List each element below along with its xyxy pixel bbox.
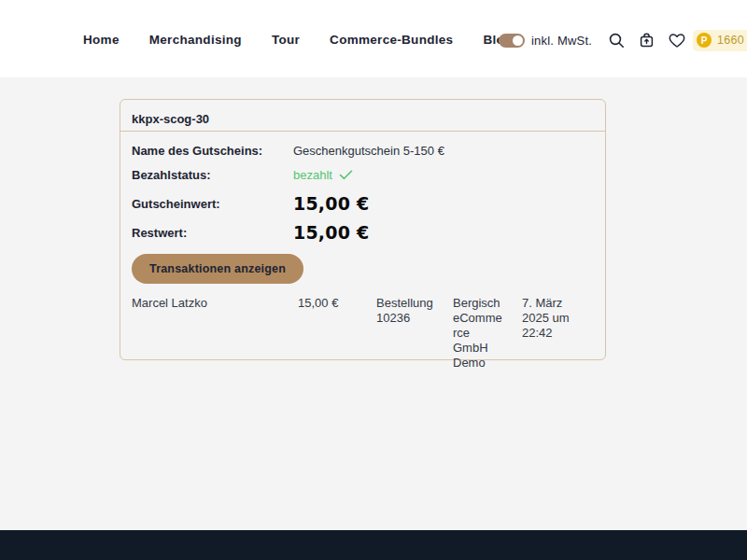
check-icon	[339, 170, 353, 180]
voucher-value-label: Gutscheinwert:	[132, 197, 293, 211]
toggle-knob	[513, 35, 523, 46]
transaction-date: 7. März 2025 um 22:42	[522, 296, 594, 371]
voucher-card-body: Name des Gutscheins: Geschenkgutschein 5…	[120, 132, 605, 371]
transaction-amount: 15,00 €	[298, 296, 376, 371]
top-nav-bar: Home Merchandising Tour Commerce-Bundles…	[0, 0, 747, 77]
nav-item-merchandising[interactable]: Merchandising	[149, 33, 242, 47]
rest-value-amount: 15,00 €	[293, 222, 594, 243]
voucher-card: kkpx-scog-30 Name des Gutscheins: Gesche…	[120, 99, 606, 360]
shopping-bag-icon[interactable]	[638, 32, 655, 49]
search-icon[interactable]	[608, 32, 626, 49]
voucher-name-row: Name des Gutscheins: Geschenkgutschein 5…	[132, 143, 594, 158]
heart-icon[interactable]	[668, 32, 686, 49]
transaction-order: Bestellung 10236	[376, 296, 453, 371]
rest-value-row: Restwert: 15,00 €	[132, 220, 594, 245]
transaction-shop: Bergisch eCommerce GmbH Demo	[453, 296, 522, 371]
voucher-value-amount: 15,00 €	[293, 193, 594, 214]
page: Home Merchandising Tour Commerce-Bundles…	[0, 0, 747, 560]
vat-toggle-label: inkl. MwSt.	[531, 34, 592, 48]
voucher-code: kkpx-scog-30	[132, 112, 209, 126]
payment-status-row: Bezahlstatus: bezahlt	[132, 167, 594, 182]
nav-item-commerce-bundles[interactable]: Commerce-Bundles	[330, 33, 453, 47]
nav-item-tour[interactable]: Tour	[272, 33, 300, 47]
payment-status-label: Bezahlstatus:	[132, 168, 293, 182]
main-nav: Home Merchandising Tour Commerce-Bundles…	[83, 33, 513, 47]
show-transactions-button[interactable]: Transaktionen anzeigen	[132, 254, 303, 284]
points-value: 1660	[717, 34, 744, 47]
points-icon: P	[697, 33, 712, 48]
status-badge: bezahlt	[293, 168, 594, 182]
voucher-name-value: Geschenkgutschein 5-150 €	[293, 144, 594, 158]
transaction-row: Marcel Latzko 15,00 € Bestellung 10236 B…	[132, 296, 594, 371]
transaction-customer: Marcel Latzko	[132, 296, 298, 371]
footer-bar	[0, 530, 747, 560]
points-badge[interactable]: P 1660	[693, 30, 747, 51]
payment-status-value: bezahlt	[293, 168, 332, 182]
voucher-value-row: Gutscheinwert: 15,00 €	[132, 191, 594, 216]
voucher-card-header: kkpx-scog-30	[120, 100, 605, 132]
voucher-name-label: Name des Gutscheins:	[132, 144, 293, 158]
vat-toggle[interactable]	[499, 34, 525, 48]
nav-item-home[interactable]: Home	[83, 33, 120, 47]
main-content: kkpx-scog-30 Name des Gutscheins: Gesche…	[0, 77, 747, 530]
header-controls: inkl. MwSt. P	[499, 29, 747, 51]
rest-value-label: Restwert:	[132, 226, 293, 240]
